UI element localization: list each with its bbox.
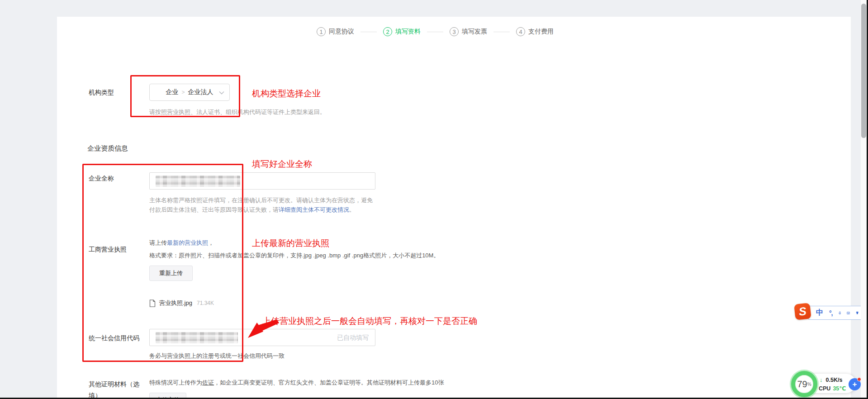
step-2-label: 填写资料 — [395, 28, 421, 36]
percent-unit: % — [807, 382, 811, 387]
wizard-stepper: 1 同意协议 2 填写资料 3 填写发票 4 支付费用 — [317, 25, 554, 38]
step-4-circle: 4 — [516, 27, 525, 36]
org-type-select[interactable]: 企业 > 企业法人 — [149, 84, 230, 101]
cpu-status: CPU 35℃ — [819, 385, 846, 392]
breadcrumb-separator-icon: > — [181, 89, 185, 95]
cpu-label: CPU — [819, 385, 830, 392]
license-label: 工商营业执照 — [89, 246, 127, 254]
license-tip: 请上传最新的营业执照， — [149, 239, 214, 247]
other-materials-label: 其他证明材料（选填） — [89, 379, 142, 399]
chevron-down-icon — [219, 91, 224, 95]
other-desc-post: ，如企业工商变更证明、官方红头文件、加盖公章证明等。其他证明材料可上传最多10张 — [214, 379, 444, 386]
sogou-logo[interactable]: S — [794, 303, 811, 320]
annotation-text-company-name: 填写好企业全称 — [252, 158, 312, 170]
note-link[interactable]: 详细查阅主体不可更改情况 — [279, 206, 349, 213]
step-invoice: 3 填写发票 — [450, 27, 487, 36]
step-pay: 4 支付费用 — [516, 27, 554, 36]
step-2-circle: 2 — [383, 27, 392, 36]
skin-shirt-icon[interactable] — [856, 310, 859, 316]
reupload-button[interactable]: 重新上传 — [149, 266, 193, 281]
ime-language-toggle[interactable]: 中 — [816, 308, 823, 318]
license-format-requirements: 格式要求：原件照片、扫描件或者加盖公章的复印件，支持.jpg .jpeg .bm… — [149, 252, 439, 260]
license-tip-prefix: 请上传 — [149, 239, 167, 246]
step-connector — [427, 32, 443, 32]
other-desc-evidence: 佐证 — [202, 379, 214, 386]
step-agree: 1 同意协议 — [317, 27, 354, 36]
screen: 1 同意协议 2 填写资料 3 填写发票 4 支付费用 机构类型 企业 > 企业… — [0, 0, 868, 399]
step-connector — [360, 32, 377, 32]
annotation-text-license: 上传最新的营业执照 — [252, 238, 329, 249]
network-speed: ↓ 0.5K/s — [820, 376, 842, 383]
annotation-text-credit-code: 上传营业执照之后一般会自动填写，再核对一下是否正确 — [262, 315, 477, 327]
credit-code-autofill-text: 已自动填写 — [337, 334, 369, 342]
annotation-arrow — [247, 319, 280, 339]
scrollbar-thumb[interactable] — [861, 4, 866, 138]
section-title: 企业资质信息 — [87, 144, 128, 153]
other-materials-desc: 特殊情况可上传作为佐证，如企业工商变更证明、官方红头文件、加盖公章证明等。其他证… — [149, 379, 493, 387]
microphone-icon[interactable] — [839, 309, 841, 317]
license-tip-link[interactable]: 最新的营业执照 — [167, 239, 208, 246]
cpu-temp-value: 35℃ — [833, 385, 846, 392]
battery-percentage-ring[interactable]: 79% — [791, 371, 817, 397]
ime-toolbar: 中 °, — [808, 306, 868, 320]
redacted-company-name — [156, 176, 240, 187]
percent-value: 79 — [797, 379, 807, 390]
company-name-label: 企业全称 — [89, 175, 114, 183]
redacted-credit-code — [156, 332, 238, 343]
credit-code-hint: 务必与营业执照上的注册号或统一社会信用代码一致 — [149, 352, 285, 360]
org-type-value-sub: 企业法人 — [188, 88, 213, 96]
step-3-circle: 3 — [450, 27, 459, 36]
other-desc-pre: 特殊情况可上传作为 — [149, 379, 202, 386]
step-3-label: 填写发票 — [462, 28, 487, 36]
credit-code-label: 统一社会信用代码 — [89, 334, 139, 342]
ime-punctuation-icon[interactable]: °, — [829, 309, 833, 317]
step-1-label: 同意协议 — [329, 28, 354, 36]
step-fill-info: 2 填写资料 — [383, 27, 421, 36]
uploaded-file-row[interactable]: 营业执照.jpg 71.34K — [149, 299, 214, 308]
step-4-label: 支付费用 — [528, 28, 554, 36]
step-connector — [493, 32, 510, 32]
uploaded-file-name: 营业执照.jpg — [159, 299, 192, 307]
annotation-text-org-type: 机构类型选择企业 — [252, 88, 321, 100]
note-end: 。 — [349, 206, 355, 213]
uploaded-file-size: 71.34K — [197, 300, 214, 306]
net-speed-value: 0.5K/s — [826, 377, 843, 383]
file-icon — [149, 299, 156, 307]
org-type-label: 机构类型 — [89, 89, 114, 97]
org-type-hint: 请按照营业执照、法人证书、组织机构代码证等证件上类型来返回。 — [149, 108, 326, 116]
company-name-note: 主体名称需严格按照证件填写，在注册确认后不可更改。请确认主体为在营状态，避免付款… — [149, 195, 375, 214]
license-tip-comma: ， — [208, 239, 214, 246]
company-name-input[interactable] — [149, 172, 375, 190]
org-type-value-main: 企业 — [166, 88, 178, 96]
download-arrow-icon: ↓ — [820, 376, 823, 383]
step-1-circle: 1 — [317, 27, 326, 36]
keyboard-icon[interactable] — [847, 310, 850, 316]
